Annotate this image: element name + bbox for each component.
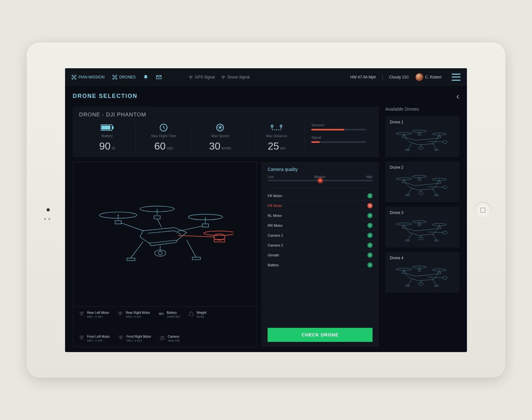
messages-button[interactable] bbox=[156, 75, 162, 79]
wifi-icon bbox=[188, 75, 193, 79]
svg-rect-47 bbox=[438, 136, 441, 138]
svg-rect-30 bbox=[119, 314, 121, 315]
check-row: Battery✓ bbox=[268, 260, 373, 270]
nav-label: PIAN MISSION bbox=[78, 75, 105, 79]
drone-tile-label: Drone 4 bbox=[390, 256, 455, 260]
available-drones-title: Available Drones bbox=[385, 107, 459, 112]
svg-rect-59 bbox=[406, 195, 409, 196]
check-ok-icon: ✓ bbox=[367, 243, 373, 248]
svg-point-3 bbox=[75, 78, 76, 79]
svg-point-0 bbox=[72, 75, 73, 76]
notifications-button[interactable] bbox=[143, 75, 148, 80]
motor-icon bbox=[79, 311, 85, 317]
home-button[interactable] bbox=[475, 202, 491, 218]
stat-unit: km/hr bbox=[222, 146, 231, 151]
svg-point-4 bbox=[113, 75, 114, 76]
svg-point-23 bbox=[154, 250, 166, 256]
menu-button[interactable] bbox=[452, 74, 461, 81]
spec-item: Camerasena 10X bbox=[159, 335, 180, 342]
svg-point-26 bbox=[204, 231, 233, 236]
camera-quality-card: Camera quality Low Medium High bbox=[261, 162, 379, 347]
drone-stats-card: DRONE - DJI PHANTOM Battery 90% bbox=[73, 107, 379, 157]
user-name: C. Robert bbox=[425, 75, 441, 79]
camera-icon bbox=[159, 335, 165, 341]
drone-tile[interactable]: Drone 3 bbox=[385, 207, 459, 247]
spec-item: Rear Right MotorMEC: 4-10A bbox=[117, 311, 150, 318]
stat-max-speed: Max Speed 30km/hr bbox=[192, 123, 248, 152]
nav-plan-mission[interactable]: PIAN MISSION bbox=[71, 75, 105, 80]
spec-label: Weight bbox=[196, 311, 206, 314]
svg-rect-80 bbox=[435, 285, 438, 286]
svg-rect-28 bbox=[81, 314, 83, 315]
svg-point-2 bbox=[72, 78, 73, 79]
nav-drones[interactable]: DRONES bbox=[112, 75, 136, 80]
svg-point-1 bbox=[75, 75, 76, 76]
drone-tile[interactable]: Drone 2 bbox=[385, 161, 459, 202]
drone-tile-label: Drone 3 bbox=[390, 210, 455, 215]
check-drone-button[interactable]: CHECK DRONE bbox=[268, 328, 373, 342]
stat-unit: % bbox=[112, 146, 115, 151]
check-label: FR Motor bbox=[268, 194, 282, 198]
stat-value: 30 bbox=[209, 140, 220, 152]
tablet-sensor bbox=[44, 218, 46, 220]
check-error-icon: ✕ bbox=[367, 203, 373, 208]
back-button[interactable]: ‹ bbox=[456, 91, 459, 101]
check-row: RL Motor✓ bbox=[268, 211, 373, 221]
slider-thumb[interactable] bbox=[318, 178, 323, 183]
main-column: DRONE - DJI PHANTOM Battery 90% bbox=[73, 107, 379, 347]
drone-tile[interactable]: Drone 4 bbox=[385, 252, 459, 293]
content: DRONE SELECTION ‹ DRONE - DJI PHANTOM bbox=[65, 86, 467, 352]
svg-rect-65 bbox=[418, 224, 421, 225]
spec-label: Camera bbox=[168, 335, 180, 338]
stat-unit: km bbox=[280, 146, 285, 151]
svg-rect-13 bbox=[105, 126, 107, 129]
bar-fill bbox=[311, 141, 320, 143]
camera-quality-slider[interactable] bbox=[268, 180, 373, 181]
drone-tile-label: Drone 2 bbox=[390, 165, 455, 170]
drone-thumb bbox=[390, 172, 455, 198]
tablet-sensor bbox=[48, 218, 50, 220]
spec-item: Front Right MotorMEC: 4-10A bbox=[118, 335, 151, 342]
svg-rect-45 bbox=[418, 133, 421, 135]
svg-rect-49 bbox=[406, 149, 409, 151]
svg-rect-60 bbox=[435, 195, 438, 196]
stat-value: 90 bbox=[99, 140, 111, 152]
stat-label: Max Distance bbox=[252, 134, 301, 138]
tablet-frame: PIAN MISSION DRONES GPS Signal Drone Sig bbox=[27, 43, 505, 378]
drone-tile[interactable]: Drone 1 bbox=[385, 116, 459, 157]
bar-fill bbox=[311, 129, 344, 130]
bottom-row: Rear Left MotorMEC: 4-10A Rear Right Mot… bbox=[73, 162, 379, 347]
svg-rect-69 bbox=[406, 240, 409, 241]
bar-label: Signal bbox=[311, 136, 366, 139]
drone-signal-label: Drone Signal bbox=[227, 75, 249, 79]
check-label: Battery bbox=[268, 263, 279, 267]
user-menu[interactable]: C. Robert bbox=[416, 73, 441, 81]
check-ok-icon: ✓ bbox=[367, 193, 373, 198]
spec-sub: MEC: 4-10A bbox=[87, 315, 109, 318]
check-label: FR Motor bbox=[268, 204, 282, 208]
svg-rect-12 bbox=[102, 126, 104, 129]
battery-icon bbox=[82, 123, 132, 132]
spec-sub: sena 10X bbox=[168, 339, 180, 342]
stat-value: 60 bbox=[154, 140, 166, 152]
svg-point-25 bbox=[214, 234, 225, 240]
svg-rect-50 bbox=[435, 149, 438, 151]
check-row: Camera 2✓ bbox=[268, 240, 373, 250]
check-label: RL Motor bbox=[268, 214, 282, 217]
drone-thumb bbox=[390, 127, 455, 153]
svg-rect-33 bbox=[159, 313, 160, 314]
svg-point-5 bbox=[116, 75, 117, 76]
stats-row: Battery 90% Max Flight Time 60min bbox=[79, 123, 373, 152]
mail-icon bbox=[156, 75, 162, 79]
stat-value: 25 bbox=[268, 140, 279, 152]
divider bbox=[382, 75, 383, 80]
svg-point-19 bbox=[280, 125, 282, 127]
check-ok-icon: ✓ bbox=[367, 223, 373, 228]
slider-label-high: High bbox=[366, 175, 373, 179]
svg-rect-39 bbox=[120, 338, 122, 339]
main-row: DRONE - DJI PHANTOM Battery 90% bbox=[73, 107, 459, 347]
svg-rect-77 bbox=[438, 272, 441, 274]
check-label: Camera 2 bbox=[268, 243, 283, 247]
svg-rect-37 bbox=[81, 338, 83, 339]
svg-point-41 bbox=[162, 337, 163, 339]
